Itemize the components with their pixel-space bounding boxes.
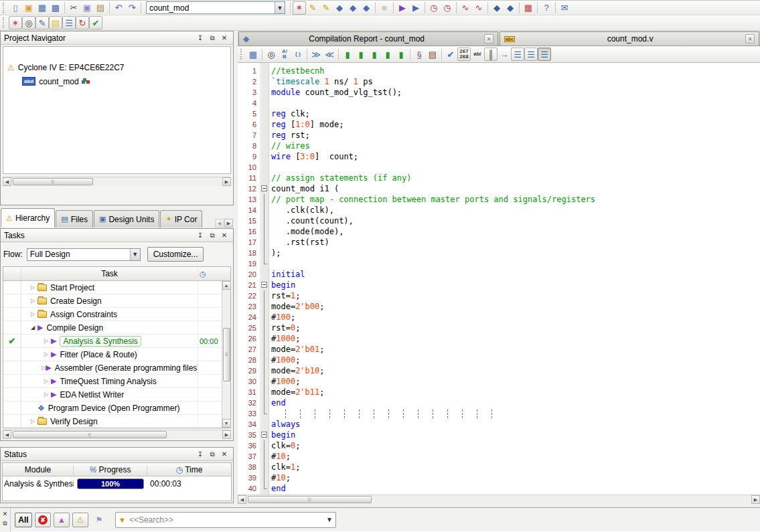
export-button[interactable]: ▦ — [246, 48, 260, 61]
undo-button[interactable]: ↶ — [112, 1, 125, 15]
code-line[interactable]: 1//testbecnh — [238, 66, 760, 76]
analyze-current-file-button[interactable]: ✔ — [444, 48, 457, 61]
message-search-input[interactable] — [129, 515, 323, 525]
code-line[interactable]: 34always — [238, 419, 760, 430]
save-all-button[interactable]: ▩ — [49, 1, 62, 15]
code-line[interactable]: 23mode=2'b00; — [238, 301, 760, 312]
hierarchy-item[interactable]: ⚠Cyclone IV E: EP4CE6E22C7 — [3, 60, 230, 74]
outline-collapse-button[interactable]: ☰ — [511, 48, 524, 61]
split-window-button[interactable]: ║ — [484, 48, 498, 61]
redo-button[interactable]: ↷ — [125, 1, 139, 15]
expander-icon[interactable]: ▷ — [28, 418, 37, 424]
delete-all-bookmarks-button[interactable]: ▮ — [394, 48, 408, 61]
close-icon[interactable]: ✕ — [219, 450, 230, 459]
toolbar-grip[interactable] — [3, 17, 6, 28]
code-line[interactable]: 17 .rst(rst) — [238, 237, 760, 248]
code-line[interactable]: 27mode=2'b01; — [238, 344, 760, 355]
filter-warnings-button[interactable]: ⚠ — [72, 513, 88, 527]
feedback-button[interactable]: ✉ — [558, 1, 571, 15]
editor-tab-source-file[interactable]: abccount_mod.v✕ — [500, 31, 759, 46]
scroll-right-icon[interactable]: ▶ — [222, 430, 231, 439]
code-line[interactable]: 9wire [3:0] count; — [238, 151, 760, 162]
outline-expand-button[interactable]: ☰ — [524, 48, 538, 61]
code-line[interactable]: 19 — [238, 258, 760, 269]
scroll-right-icon[interactable]: ▶ — [222, 177, 231, 186]
delete-bookmark-button[interactable]: ▮ — [381, 48, 394, 61]
close-tab-icon[interactable]: ✕ — [745, 34, 755, 43]
refresh-button[interactable]: ↻ — [76, 16, 89, 29]
expander-icon[interactable]: ▷ — [28, 284, 37, 290]
task-row[interactable]: ◢▶Compile Design — [3, 321, 222, 335]
code-editor[interactable]: 1//testbecnh2`timescale 1 ns/ 1 ps3modul… — [238, 63, 760, 495]
pin-planner-2-button[interactable]: ▤ — [49, 16, 62, 29]
start-compilation-button[interactable]: ▶ — [396, 1, 409, 15]
code-line[interactable]: 3module count_mod_vlg_tst(); — [238, 87, 760, 98]
simulation-waveform-button[interactable]: ∿ — [472, 1, 485, 15]
code-line[interactable]: 5reg clk; — [238, 108, 760, 119]
programmer-button[interactable]: ▦ — [522, 1, 535, 15]
pin-icon[interactable]: ↧ — [195, 231, 206, 240]
project-navigator-hscrollbar[interactable]: ◀ ☰ ▶ — [3, 177, 231, 186]
float-icon[interactable]: ⧉ — [207, 450, 218, 459]
code-line[interactable]: 14 .clk(clk), — [238, 205, 760, 215]
assignment-editor-2-button[interactable]: ✎ — [35, 16, 49, 29]
customize-button[interactable]: Customize... — [147, 247, 204, 262]
code-line[interactable]: 16 .mode(mode), — [238, 226, 760, 237]
tab-design-units[interactable]: ▣Design Units — [94, 210, 159, 228]
filter-errors-button[interactable]: ✘ — [35, 513, 51, 527]
design-assistant-button[interactable]: ✔ — [89, 16, 102, 29]
code-line[interactable]: 33 — [238, 408, 760, 419]
hierarchy-item[interactable]: abdcount_mod — [3, 74, 230, 88]
code-line[interactable]: 38clk=1; — [238, 462, 760, 472]
timing-analyzer-button[interactable]: ◷ — [441, 1, 454, 15]
start-fitter-button[interactable]: ◆ — [346, 1, 360, 15]
message-search-combo[interactable]: ▼ ▼ — [115, 512, 336, 528]
expander-icon[interactable]: ◢ — [28, 325, 37, 331]
code-line[interactable]: 15 .count(count), — [238, 215, 760, 226]
expander-icon[interactable]: ▷ — [42, 338, 51, 344]
tab-files[interactable]: ▤Files — [56, 210, 93, 228]
task-row[interactable]: ▷Start Project — [3, 281, 222, 294]
task-row[interactable]: ✔▷▶Analysis & Synthesis00:00 — [3, 335, 222, 348]
code-line[interactable]: 7reg rst; — [238, 130, 760, 141]
scroll-right-icon[interactable]: ▶ — [751, 495, 760, 504]
new-file-button[interactable]: ▯ — [9, 1, 22, 15]
code-line[interactable]: 41endmodule — [238, 494, 760, 495]
expander-icon[interactable]: ▷ — [42, 351, 51, 357]
expander-icon[interactable]: ▷ — [42, 378, 51, 384]
task-row[interactable]: ▷Assign Constraints — [3, 308, 222, 321]
float-icon[interactable]: ⧉ — [207, 33, 218, 43]
code-line[interactable]: 29mode=2'b10; — [238, 365, 760, 376]
task-row[interactable]: ▷▶Assembler (Generate programming files) — [3, 361, 222, 375]
close-icon[interactable]: ✕ — [219, 231, 230, 240]
code-line[interactable]: 28#1000; — [238, 355, 760, 365]
technology-map-viewer-button[interactable]: ◆ — [504, 1, 517, 15]
code-line[interactable]: 6reg [1:0] mode; — [238, 119, 760, 130]
pin-planner-button[interactable]: ✎ — [319, 1, 333, 15]
filter-infos-button[interactable]: ⚑ — [91, 513, 107, 527]
rtl-viewer-button[interactable]: ◆ — [490, 1, 504, 15]
goto-line-button[interactable]: → — [498, 48, 511, 61]
help-button[interactable]: ? — [540, 1, 553, 15]
line-numbers-button[interactable]: 267268 — [457, 48, 471, 61]
code-line[interactable]: 32end — [238, 397, 760, 408]
fold-collapse-icon[interactable] — [261, 432, 267, 438]
code-line[interactable]: 26#1000; — [238, 333, 760, 344]
task-row[interactable]: ▷▶TimeQuest Timing Analysis — [3, 375, 222, 388]
toggle-bookmark-button[interactable]: ▮ — [341, 48, 354, 61]
entity-selector-combo[interactable]: count_mod▼ — [146, 1, 285, 14]
editor-hscrollbar[interactable]: ◀ ☰ ▶ — [238, 495, 760, 504]
outdent-button[interactable]: ≪ — [323, 48, 336, 61]
fold-collapse-icon[interactable] — [261, 185, 267, 191]
scroll-left-icon[interactable]: ◀ — [238, 495, 246, 504]
code-line[interactable]: 2`timescale 1 ns/ 1 ps — [238, 76, 760, 87]
templates-button[interactable]: ▤ — [426, 48, 439, 61]
scroll-left-icon[interactable]: ◀ — [3, 177, 11, 186]
start-assembler-button[interactable]: ◆ — [360, 1, 373, 15]
filter-critical-warnings-button[interactable]: ▲ — [54, 513, 70, 527]
code-line[interactable]: 4 — [238, 98, 760, 108]
start-analysis-synthesis-button[interactable]: ◆ — [333, 1, 346, 15]
code-line[interactable]: 8// wires — [238, 141, 760, 151]
float-icon[interactable]: ⧉ — [1, 519, 9, 528]
match-brace-button[interactable]: { } — [291, 48, 305, 61]
